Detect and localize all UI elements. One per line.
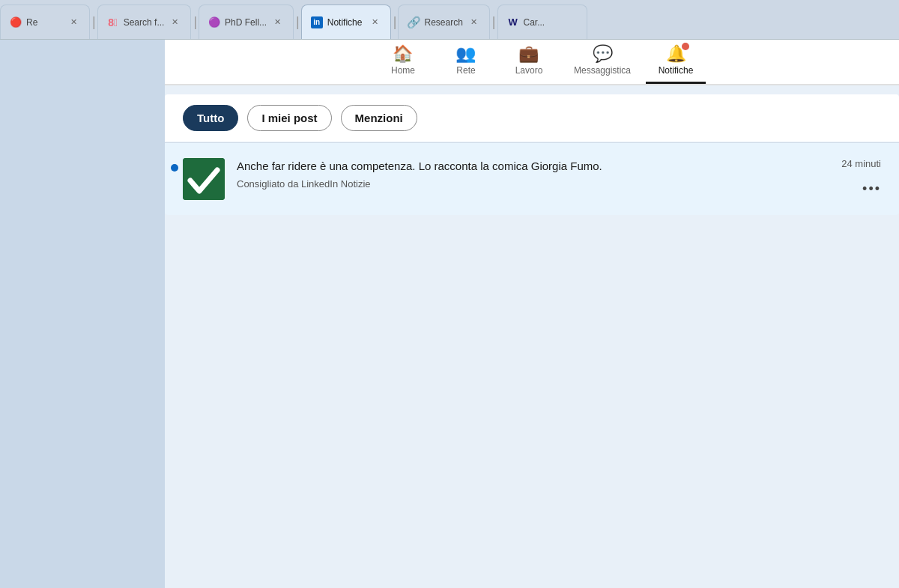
nav-home-label: Home xyxy=(391,65,415,76)
tab-car-label: Car... xyxy=(524,17,578,28)
avatar-image xyxy=(183,158,225,200)
tab-phd-label: PhD Fell... xyxy=(225,17,267,28)
notification-source: Consigliato da LinkedIn Notizie xyxy=(237,178,829,190)
rete-icon: 👥 xyxy=(455,46,476,62)
unread-indicator xyxy=(171,164,178,172)
home-icon: 🏠 xyxy=(393,46,413,62)
lavoro-icon: 💼 xyxy=(518,46,539,62)
tab-search-icon: 8⃣ xyxy=(107,16,119,28)
nav-lavoro[interactable]: 💼 Lavoro xyxy=(499,46,559,84)
bell-container: 🔔 xyxy=(666,46,686,62)
tab-re[interactable]: 🔴 Re ✕ xyxy=(0,4,90,39)
tab-notifiche-close[interactable]: ✕ xyxy=(369,16,381,28)
page-wrapper: 🏠 Home 👥 Rete 💼 Lavoro 💬 Messaggistica xyxy=(0,40,899,588)
left-sidebar xyxy=(0,40,165,588)
tab-search[interactable]: 8⃣ Search f... ✕ xyxy=(97,4,192,39)
notification-time: 24 minuti xyxy=(841,158,881,169)
tab-separator-3: | xyxy=(296,14,300,30)
tab-re-icon: 🔴 xyxy=(10,16,22,28)
tab-phd-close[interactable]: ✕ xyxy=(271,16,284,28)
tab-research-close[interactable]: ✕ xyxy=(467,16,480,28)
browser-chrome: 🔴 Re ✕ | 8⃣ Search f... ✕ | 🟣 PhD Fell..… xyxy=(0,0,899,40)
tab-bar: 🔴 Re ✕ | 8⃣ Search f... ✕ | 🟣 PhD Fell..… xyxy=(0,0,899,39)
linkedin-navbar: 🏠 Home 👥 Rete 💼 Lavoro 💬 Messaggistica xyxy=(165,40,899,85)
tab-search-label: Search f... xyxy=(124,17,165,28)
nav-notifiche-label: Notifiche xyxy=(659,65,694,76)
notification-avatar xyxy=(183,158,225,200)
nav-messaggistica[interactable]: 💬 Messaggistica xyxy=(562,46,643,84)
tab-re-close[interactable]: ✕ xyxy=(67,16,80,28)
notification-item: Anche far ridere è una competenza. Lo ra… xyxy=(165,142,899,215)
tab-separator-4: | xyxy=(393,14,397,30)
tab-separator-5: | xyxy=(492,14,496,30)
notification-text: Anche far ridere è una competenza. Lo ra… xyxy=(237,158,829,175)
filter-miei-post-button[interactable]: I miei post xyxy=(247,105,331,131)
tab-research[interactable]: 🔗 Research ✕ xyxy=(398,4,489,39)
filter-tutto-button[interactable]: Tutto xyxy=(183,105,238,131)
tab-search-close[interactable]: ✕ xyxy=(169,16,181,28)
tab-research-icon: 🔗 xyxy=(408,16,420,28)
tab-research-label: Research xyxy=(424,17,462,28)
nav-items: 🏠 Home 👥 Rete 💼 Lavoro 💬 Messaggistica xyxy=(373,46,706,84)
tab-car[interactable]: W Car... xyxy=(497,4,587,39)
tab-car-icon: W xyxy=(507,16,519,28)
tab-separator-1: | xyxy=(92,14,96,30)
nav-rete[interactable]: 👥 Rete xyxy=(436,46,496,84)
nav-home[interactable]: 🏠 Home xyxy=(373,46,433,84)
notification-content: Anche far ridere è una competenza. Lo ra… xyxy=(237,158,829,190)
tab-separator-2: | xyxy=(193,14,197,30)
filter-bar: Tutto I miei post Menzioni xyxy=(165,94,899,142)
tab-notifiche-icon: in xyxy=(311,16,323,28)
more-options-button[interactable]: ••• xyxy=(862,181,881,197)
nav-notifiche[interactable]: 🔔 Notifiche xyxy=(646,46,706,84)
filter-menzioni-button[interactable]: Menzioni xyxy=(341,105,417,131)
tab-notifiche-label: Notifiche xyxy=(327,17,364,28)
nav-lavoro-label: Lavoro xyxy=(515,65,543,76)
notifiche-icon: 🔔 xyxy=(666,46,686,62)
tab-re-label: Re xyxy=(26,17,63,28)
tab-notifiche[interactable]: in Notifiche ✕ xyxy=(301,4,391,39)
messaggistica-icon: 💬 xyxy=(593,46,613,62)
tab-phd[interactable]: 🟣 PhD Fell... ✕ xyxy=(199,4,294,39)
notification-badge xyxy=(682,43,689,50)
nav-rete-label: Rete xyxy=(456,65,475,76)
tab-phd-icon: 🟣 xyxy=(208,16,220,28)
nav-messaggistica-label: Messaggistica xyxy=(574,65,631,76)
notification-right: 24 minuti ••• xyxy=(841,158,881,197)
